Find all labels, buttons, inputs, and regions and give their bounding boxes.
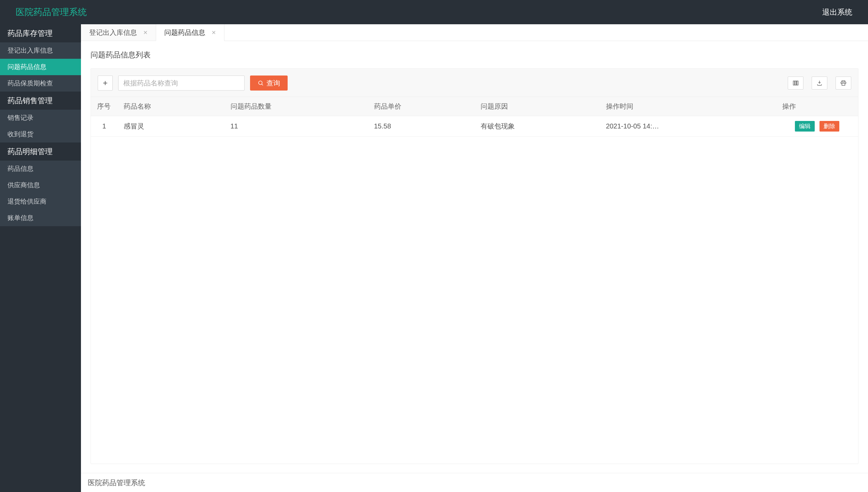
cell-time: 2021-10-05 14:… <box>600 116 776 137</box>
close-icon[interactable]: ✕ <box>211 29 216 36</box>
cell-name: 感冒灵 <box>118 116 224 137</box>
print-icon <box>840 80 846 86</box>
col-header-price: 药品单价 <box>368 97 475 116</box>
table-row: 1 感冒灵 11 15.58 有破包现象 2021-10-05 14:… 编辑 … <box>91 116 858 137</box>
search-icon <box>258 80 264 86</box>
data-card: + 查询 <box>91 68 858 464</box>
sidebar-item-return-to-supplier[interactable]: 退货给供应商 <box>0 193 81 210</box>
columns-button[interactable] <box>788 77 803 90</box>
add-button[interactable]: + <box>98 76 113 91</box>
tab-label: 登记出入库信息 <box>89 28 137 37</box>
page-footer: 医院药品管理系统 <box>81 473 868 492</box>
tab-register-stock[interactable]: 登记出入库信息 ✕ <box>81 24 156 41</box>
col-header-reason: 问题原因 <box>474 97 600 116</box>
logout-link[interactable]: 退出系统 <box>822 7 852 17</box>
export-button[interactable] <box>812 77 827 90</box>
sidebar-item-sales-records[interactable]: 销售记录 <box>0 110 81 126</box>
sidebar-group-inventory[interactable]: 药品库存管理 <box>0 24 81 42</box>
search-button[interactable]: 查询 <box>250 76 288 91</box>
app-header: 医院药品管理系统 退出系统 <box>0 0 868 24</box>
columns-icon <box>793 80 799 86</box>
tab-problem-drugs[interactable]: 问题药品信息 ✕ <box>156 24 224 41</box>
data-table: 序号 药品名称 问题药品数量 药品单价 问题原因 操作时间 操作 <box>91 97 858 137</box>
app-title: 医院药品管理系统 <box>16 6 87 18</box>
svg-line-1 <box>262 84 263 85</box>
main-panel: 登记出入库信息 ✕ 问题药品信息 ✕ 问题药品信息列表 + <box>81 24 868 492</box>
sidebar-item-bill-info[interactable]: 账单信息 <box>0 210 81 226</box>
footer-text: 医院药品管理系统 <box>88 478 145 488</box>
page-title: 问题药品信息列表 <box>91 50 858 60</box>
sidebar-item-problem-drugs[interactable]: 问题药品信息 <box>0 59 81 75</box>
sidebar-group-details[interactable]: 药品明细管理 <box>0 142 81 161</box>
svg-rect-4 <box>797 81 798 85</box>
svg-rect-2 <box>793 81 795 85</box>
sidebar-group-sales[interactable]: 药品销售管理 <box>0 92 81 110</box>
plus-icon: + <box>103 78 108 88</box>
sidebar-item-shelf-life-check[interactable]: 药品保质期检查 <box>0 75 81 92</box>
sidebar-item-drug-info[interactable]: 药品信息 <box>0 161 81 177</box>
col-header-qty: 问题药品数量 <box>224 97 368 116</box>
sidebar-item-returns-received[interactable]: 收到退货 <box>0 126 81 142</box>
svg-rect-3 <box>795 81 797 85</box>
search-button-label: 查询 <box>266 79 280 88</box>
cell-price: 15.58 <box>368 116 475 137</box>
col-header-seq: 序号 <box>91 97 118 116</box>
svg-rect-6 <box>842 83 845 85</box>
sidebar-item-supplier-info[interactable]: 供应商信息 <box>0 177 81 193</box>
sidebar: 药品库存管理 登记出入库信息 问题药品信息 药品保质期检查 药品销售管理 销售记… <box>0 24 81 492</box>
svg-point-0 <box>259 81 262 85</box>
cell-actions: 编辑 删除 <box>776 116 858 137</box>
edit-button[interactable]: 编辑 <box>795 121 815 132</box>
table-toolbar: + 查询 <box>91 69 858 97</box>
sidebar-item-register-stock[interactable]: 登记出入库信息 <box>0 42 81 59</box>
delete-button[interactable]: 删除 <box>819 121 839 132</box>
cell-seq: 1 <box>91 116 118 137</box>
cell-reason: 有破包现象 <box>474 116 600 137</box>
export-icon <box>816 80 823 86</box>
tab-label: 问题药品信息 <box>164 28 205 37</box>
print-button[interactable] <box>836 77 851 90</box>
cell-qty: 11 <box>224 116 368 137</box>
tabs-bar: 登记出入库信息 ✕ 问题药品信息 ✕ <box>81 24 868 41</box>
col-header-actions: 操作 <box>776 97 858 116</box>
col-header-name: 药品名称 <box>118 97 224 116</box>
close-icon[interactable]: ✕ <box>143 29 148 36</box>
search-input[interactable] <box>118 76 245 91</box>
table-header-row: 序号 药品名称 问题药品数量 药品单价 问题原因 操作时间 操作 <box>91 97 858 116</box>
col-header-time: 操作时间 <box>600 97 776 116</box>
content-area: 问题药品信息列表 + 查询 <box>81 41 868 473</box>
